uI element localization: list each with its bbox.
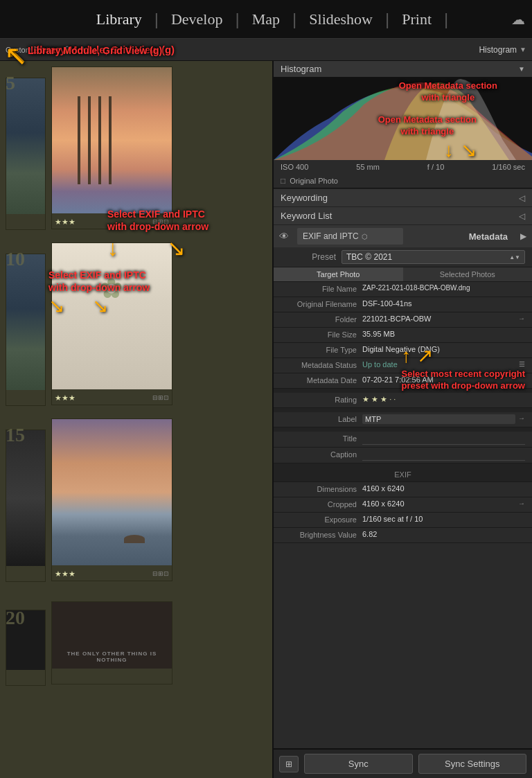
plant-stars: ★★★	[55, 394, 76, 403]
metadata-header: 👁 EXIF and IPTC ⬡ Metadata ▶	[274, 224, 532, 247]
annotation-metadata-text: Open Metadata sectionwith triangle	[399, 80, 497, 104]
thumb-side-3[interactable]	[6, 430, 46, 582]
meta-val-folder[interactable]: 221021-BCPA-OBW	[362, 315, 515, 323]
meta-row-folder: Folder 221021-BCPA-OBW →	[274, 312, 532, 328]
exif-section-header: EXIF	[274, 468, 532, 482]
meta-val-caption[interactable]	[362, 450, 525, 461]
custom-filter-divider: ÷	[55, 46, 59, 54]
pier-stars: ★★★	[55, 218, 76, 227]
nav-library[interactable]: Library	[84, 0, 154, 38]
preset-label: Preset	[281, 252, 336, 262]
row-number-15: 15	[6, 424, 25, 446]
water-icons: ⊟⊞⊡	[152, 570, 169, 577]
meta-val-filesize: 35.95 MB	[362, 330, 525, 338]
thumb-water[interactable]: ★★★ ⊟⊞⊡	[51, 418, 172, 581]
meta-row-dimensions: Dimensions 4160 x 6240	[274, 482, 532, 497]
meta-val-label[interactable]: MTP	[362, 414, 515, 424]
histogram-dropdown-icon[interactable]: ▼	[520, 46, 526, 53]
preset-dropdown-arrows: ▲▼	[509, 254, 520, 260]
lock-icon: 🔒	[63, 46, 71, 53]
sync-button[interactable]: Sync	[304, 754, 413, 774]
plant-icons: ⊟⊞⊡	[152, 394, 169, 401]
nav-develop[interactable]: Develop	[159, 0, 236, 38]
tab-selected-photos[interactable]: Selected Photos	[403, 267, 533, 281]
meta-val-origfilename[interactable]: DSF-100-41ns	[362, 299, 525, 308]
meta-val-exposure: 1/160 sec at f / 10	[362, 515, 525, 523]
focal-value: 55 mm	[356, 163, 380, 171]
meta-key-dimensions: Dimensions	[281, 484, 357, 493]
filter-right: Histogram ▼	[473, 45, 532, 55]
custom-filter-label[interactable]: Custom Filter	[6, 46, 51, 54]
label-icon[interactable]: →	[518, 414, 525, 422]
histogram-chart: Open Metadata sectionwith triangle	[274, 77, 532, 160]
arrow-exif-2: ↘	[92, 297, 108, 316]
folder-icon[interactable]: →	[518, 315, 525, 322]
thumb-side-1[interactable]	[6, 78, 46, 230]
meta-key-exposure: Exposure	[281, 515, 357, 524]
meta-val-title[interactable]	[362, 434, 525, 445]
metadata-eye-icon[interactable]: 👁	[274, 227, 294, 245]
tab-target-photo[interactable]: Target Photo	[274, 267, 403, 281]
meta-key-origfilename: Original Filename	[281, 299, 357, 308]
meta-key-caption: Caption	[281, 450, 357, 459]
top-nav: Library | Develop | Map | Slideshow | Pr…	[0, 0, 532, 39]
meta-key-filetype: File Type	[281, 345, 357, 354]
thumb-sign[interactable]: THE ONLY OTHER THING ISNOTHING	[51, 601, 172, 684]
metadata-triangle[interactable]: ▶	[515, 228, 532, 245]
grid-container: 5 ★★★ ⊟⊞⊡	[0, 61, 272, 696]
keywording-arrow: ◁	[519, 193, 525, 203]
preset-dropdown[interactable]: TBC © 2021 ▲▼	[342, 250, 525, 264]
preset-row: Preset TBC © 2021 ▲▼	[274, 247, 532, 267]
histogram-filter-label: Histogram	[479, 45, 517, 55]
page-wrapper: Library | Develop | Map | Slideshow | Pr…	[0, 0, 532, 778]
histogram-header: Histogram ▼	[274, 61, 532, 77]
meta-val-cropped: 4160 x 6240	[362, 499, 515, 508]
meta-key-label: Label	[281, 414, 357, 423]
histogram-info: ISO 400 55 mm f / 10 1/160 sec	[274, 160, 532, 174]
grid-row-3: 15 ★★★ ⊟⊞⊡	[3, 418, 269, 599]
thumb-side-2[interactable]	[6, 254, 46, 406]
photo-label: Original Photo	[290, 177, 338, 185]
meta-val-metadate: 07-20-21 7:02:56 AM	[362, 375, 525, 384]
keywording-title: Keywording	[281, 193, 328, 203]
histogram-photo-row: □ Original Photo	[274, 174, 532, 188]
arrow-exif-1: ↘	[48, 297, 64, 316]
meta-val-dimensions: 4160 x 6240	[362, 484, 525, 493]
metadata-dropdown-label: EXIF and IPTC	[303, 231, 359, 241]
grid-panel: 5 ★★★ ⊟⊞⊡	[0, 61, 274, 778]
meta-row-filetype: File Type Digital Negative (DNG)	[274, 343, 532, 358]
row-number-10: 10	[6, 248, 25, 270]
star-filter-label: ★	[80, 45, 87, 54]
keyword-list-section[interactable]: Keyword List ◁	[274, 206, 532, 224]
grid-icon-button[interactable]: ⊞	[279, 756, 299, 772]
cropped-icon[interactable]: →	[518, 499, 525, 507]
iso-value: ISO 400	[281, 163, 308, 171]
meta-val-filename[interactable]: ZAP-221-021-018-BCPA-OBW.dng	[362, 284, 525, 292]
meta-val-brightness: 6.82	[362, 530, 525, 538]
thumb-plant[interactable]: ★★★ ⊟⊞⊡	[51, 242, 172, 405]
sync-settings-button[interactable]: Sync Settings	[418, 754, 527, 774]
histogram-dropdown[interactable]: ▼	[518, 65, 525, 73]
meta-row-filesize: File Size 35.95 MB	[274, 328, 532, 343]
meta-key-title: Title	[281, 434, 357, 443]
thumb-pier[interactable]: ★★★ ⊟⊞⊡	[51, 67, 172, 229]
meta-row-origfilename: Original Filename DSF-100-41ns	[274, 297, 532, 312]
meta-val-filetype: Digital Negative (DNG)	[362, 345, 525, 353]
nav-slideshow[interactable]: Slideshow	[296, 0, 385, 38]
nav-map[interactable]: Map	[240, 0, 292, 38]
meta-key-folder: Folder	[281, 315, 357, 324]
fstop-value: f / 10	[427, 163, 444, 171]
meta-row-cropped: Cropped 4160 x 6240 →	[274, 497, 532, 513]
meta-key-rating: Rating	[281, 395, 357, 404]
main-content: 5 ★★★ ⊟⊞⊡	[0, 61, 532, 778]
meta-val-rating[interactable]: ★ ★ ★ · ·	[362, 395, 525, 404]
metadata-type-dropdown[interactable]: EXIF and IPTC ⬡	[297, 228, 403, 245]
metastatus-icon[interactable]: ☰	[519, 360, 525, 368]
meta-row-rating: Rating ★ ★ ★ · ·	[274, 393, 532, 408]
nav-print[interactable]: Print	[389, 0, 444, 38]
filter-left: Custom Filter ÷ 🔒 ★ ☆☆☆☆	[0, 45, 473, 54]
keywording-section[interactable]: Keywording ◁	[274, 188, 532, 206]
cloud-icon[interactable]: ☁	[511, 11, 525, 28]
histogram-section: Histogram ▼	[274, 61, 532, 188]
metadata-table: Preset TBC © 2021 ▲▼ Target Photo Select…	[274, 247, 532, 543]
